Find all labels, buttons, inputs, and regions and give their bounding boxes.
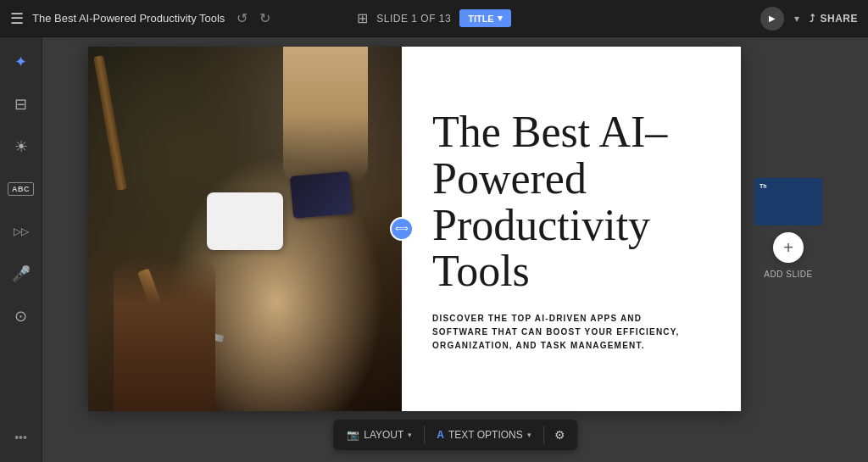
sidebar: ✦ ⊟ ☀ ABC ▷▷ 🎤 ⊙ ••• xyxy=(0,37,42,462)
share-label: SHARE xyxy=(820,13,858,25)
menu-icon[interactable]: ☰ xyxy=(10,9,24,28)
undo-redo-group: ↺ ↻ xyxy=(233,8,274,28)
abc-icon: ABC xyxy=(8,182,34,196)
add-slide-label: ADD SLIDE xyxy=(764,270,812,279)
animate-icon: ▷▷ xyxy=(14,225,29,237)
toolbar-divider xyxy=(424,426,425,444)
slide-title: The Best AI–Powered Productivity Tools xyxy=(432,109,717,294)
strap-decoration xyxy=(93,55,127,191)
text-a-icon: A xyxy=(437,429,444,441)
layout-button[interactable]: 📷 LAYOUT ▾ xyxy=(338,425,420,445)
undo-button[interactable]: ↺ xyxy=(233,8,251,28)
next-slide-area: Th + ADD SLIDE xyxy=(754,178,822,279)
slide-right-panel: The Best AI–Powered Productivity Tools D… xyxy=(402,47,741,411)
share-icon: ⤴ xyxy=(810,13,815,25)
canvas-area: ⟺ The Best AI–Powered Productivity Tools… xyxy=(42,37,868,462)
text-options-label: TEXT OPTIONS xyxy=(448,429,523,441)
play-button[interactable]: ▶ xyxy=(760,7,784,31)
text-options-button[interactable]: A TEXT OPTIONS ▾ xyxy=(428,425,539,445)
more-icon: ••• xyxy=(14,431,27,444)
redo-button[interactable]: ↻ xyxy=(256,8,274,28)
palette-icon: ✦ xyxy=(14,53,27,71)
click-icon: ⊙ xyxy=(14,307,27,326)
slide-photo xyxy=(88,47,402,411)
slide-subtitle: DISCOVER THE TOP AI-DRIVEN APPS AND SOFT… xyxy=(432,312,687,353)
mic-icon: 🎤 xyxy=(12,264,31,283)
white-card-shape xyxy=(207,192,283,250)
slide-left-panel xyxy=(88,47,402,411)
sidebar-more-button[interactable]: ••• xyxy=(6,425,36,450)
add-slide-button[interactable]: + xyxy=(773,232,804,263)
title-badge[interactable]: TITLE ▾ xyxy=(459,9,511,27)
layout-chevron: ▾ xyxy=(408,431,412,439)
hand-overlay-bottom xyxy=(114,259,215,411)
hand-overlay-top xyxy=(283,47,368,182)
slide-wrapper: ⟺ The Best AI–Powered Productivity Tools… xyxy=(88,47,822,411)
main-slide[interactable]: ⟺ The Best AI–Powered Productivity Tools… xyxy=(88,47,741,411)
sidebar-item-animate[interactable]: ▷▷ xyxy=(6,219,36,244)
top-bar-center: ⊞ SLIDE 1 OF 13 TITLE ▾ xyxy=(357,9,510,27)
sidebar-item-layouts[interactable]: ⊟ xyxy=(6,92,36,117)
sidebar-item-ideas[interactable]: ☀ xyxy=(6,134,36,159)
next-slide-thumbnail[interactable]: Th xyxy=(754,178,822,225)
title-badge-label: TITLE xyxy=(468,14,494,24)
share-button[interactable]: ⤴ SHARE xyxy=(810,13,858,25)
light-icon: ☀ xyxy=(14,137,28,156)
top-bar: ☰ The Best AI-Powered Productivity Tools… xyxy=(0,0,868,37)
top-bar-left: ☰ The Best AI-Powered Productivity Tools… xyxy=(10,8,347,28)
layout-camera-icon: 📷 xyxy=(347,429,359,441)
text-options-chevron: ▾ xyxy=(527,431,531,439)
gear-button[interactable]: ⚙ xyxy=(548,424,572,446)
sidebar-item-audio[interactable]: 🎤 xyxy=(6,261,36,287)
title-badge-chevron: ▾ xyxy=(498,13,503,24)
layout-label: LAYOUT xyxy=(364,429,403,441)
sidebar-item-text[interactable]: ABC xyxy=(6,176,36,202)
connect-icon[interactable]: ⟺ xyxy=(390,217,414,241)
main-area: ✦ ⊟ ☀ ABC ▷▷ 🎤 ⊙ ••• xyxy=(0,37,868,462)
layout-icon: ⊟ xyxy=(14,95,27,114)
sidebar-item-click[interactable]: ⊙ xyxy=(6,303,36,329)
next-slide-preview: Th xyxy=(754,178,822,194)
bottom-toolbar: 📷 LAYOUT ▾ A TEXT OPTIONS ▾ ⚙ xyxy=(333,420,577,450)
play-dropdown-arrow[interactable]: ▾ xyxy=(794,13,799,25)
black-card-shape xyxy=(290,171,353,219)
top-bar-right: ▶ ▾ ⤴ SHARE xyxy=(521,7,858,31)
document-title: The Best AI-Powered Productivity Tools xyxy=(32,12,225,25)
toolbar-divider-2 xyxy=(543,426,544,444)
slide-indicator: SLIDE 1 OF 13 xyxy=(376,13,451,25)
grid-icon[interactable]: ⊞ xyxy=(357,10,368,26)
sidebar-item-theme[interactable]: ✦ xyxy=(6,49,36,75)
